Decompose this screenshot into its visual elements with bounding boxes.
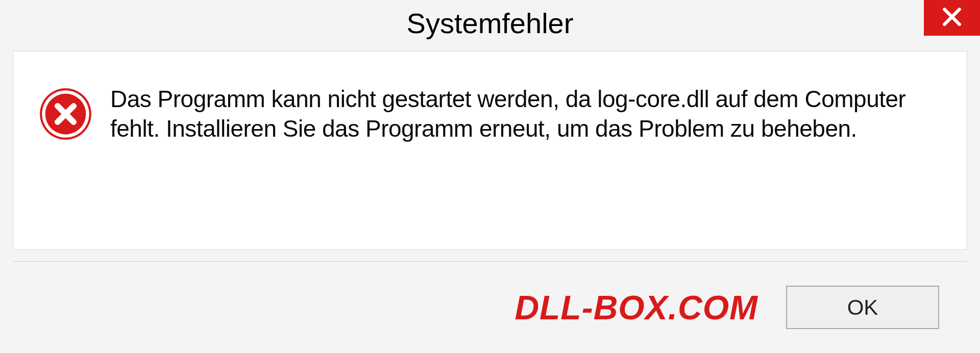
error-message: Das Programm kann nicht gestartet werden… <box>110 85 941 143</box>
content-box: Das Programm kann nicht gestartet werden… <box>13 51 967 250</box>
close-button[interactable] <box>924 0 980 36</box>
watermark-text: DLL-BOX.COM <box>514 288 758 327</box>
dialog-title: Systemfehler <box>407 7 574 40</box>
ok-button[interactable]: OK <box>786 286 939 329</box>
close-icon <box>941 6 963 30</box>
error-icon <box>39 87 92 141</box>
footer: DLL-BOX.COM OK <box>13 261 967 353</box>
titlebar: Systemfehler <box>0 0 980 46</box>
